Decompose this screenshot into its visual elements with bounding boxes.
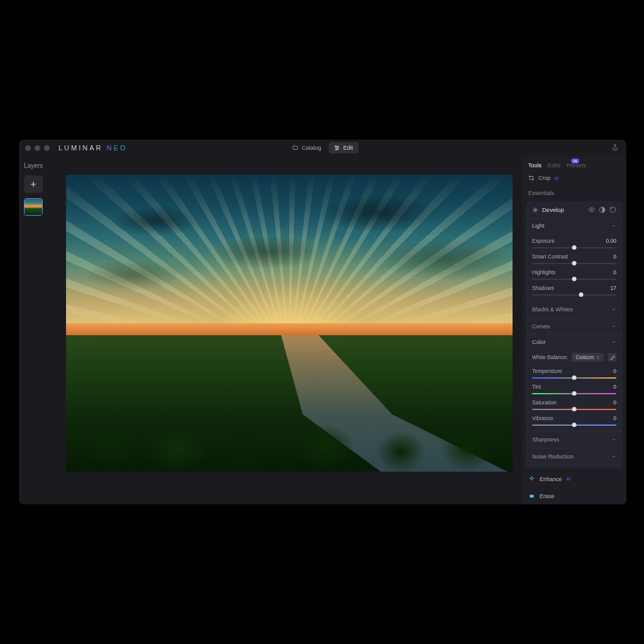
slider-smart-contrast: Smart Contrast0 xyxy=(532,253,616,260)
slider-vibrance: Vibrance0 xyxy=(532,415,616,421)
chevron-up-icon xyxy=(611,340,616,345)
catalog-label: Catalog xyxy=(302,145,321,151)
maximize-window-icon[interactable] xyxy=(44,145,50,151)
chevron-down-icon xyxy=(611,454,616,459)
light-label: Light xyxy=(532,223,545,229)
noise-label: Noise Reduction xyxy=(532,453,574,460)
slider-track[interactable] xyxy=(532,247,616,248)
slider-saturation: Saturation0 xyxy=(532,399,616,406)
panel-tabs: Tools Edits 16 Presets xyxy=(522,156,626,172)
titlebar: LUMINAR NEO Catalog Edit xyxy=(19,140,626,156)
share-icon[interactable] xyxy=(611,143,619,151)
chevron-down-icon xyxy=(611,437,616,442)
slider-label: Saturation xyxy=(532,399,557,406)
develop-title: Develop xyxy=(542,206,584,213)
sharpness-section[interactable]: Sharpness xyxy=(526,431,623,448)
crop-label: Crop xyxy=(538,175,551,181)
slider-highlights: Highlights0 xyxy=(532,269,616,275)
develop-header[interactable]: Develop xyxy=(526,201,623,218)
app-window: LUMINAR NEO Catalog Edit Layers xyxy=(19,140,626,504)
enhance-ai-tag: AI xyxy=(567,477,571,481)
main-area: Layers Tools Edits xyxy=(19,156,626,504)
svg-point-2 xyxy=(336,149,337,150)
slider-label: Highlights xyxy=(532,269,555,275)
tab-edits[interactable]: Edits xyxy=(548,162,560,169)
sun-icon xyxy=(532,207,538,213)
slider-temperature: Temperature0 xyxy=(532,368,616,374)
crop-ai-tag: AI xyxy=(555,176,559,180)
slider-thumb[interactable] xyxy=(572,261,577,265)
slider-label: Smart Contrast xyxy=(532,253,568,260)
blacks-whites-section[interactable]: Blacks & Whites xyxy=(526,301,623,318)
light-section[interactable]: Light xyxy=(526,218,623,233)
optics-section[interactable]: Optics xyxy=(526,465,623,468)
blacks-whites-label: Blacks & Whites xyxy=(532,306,573,313)
slider-track[interactable] xyxy=(532,409,616,410)
slider-track[interactable] xyxy=(532,263,616,264)
add-layer-button[interactable] xyxy=(24,175,43,193)
logo-text-1: LUMINAR xyxy=(58,144,103,152)
sliders-icon xyxy=(334,145,340,151)
erase-tool[interactable]: Erase xyxy=(522,487,626,504)
crop-tool[interactable]: Crop AI xyxy=(522,172,626,186)
right-panel: Tools Edits 16 Presets Crop AI Essential… xyxy=(522,156,626,504)
develop-panel: Develop Light Exposure0.00Smart Contrast… xyxy=(526,201,623,468)
slider-value: 0 xyxy=(613,253,616,260)
enhance-tool[interactable]: Enhance AI xyxy=(522,470,626,487)
white-balance-row: White Balance: Custom xyxy=(526,349,623,363)
slider-thumb[interactable] xyxy=(579,292,583,297)
slider-track[interactable] xyxy=(532,425,616,426)
plus-icon xyxy=(29,180,38,189)
select-arrows-icon xyxy=(596,355,600,360)
slider-thumb[interactable] xyxy=(572,423,577,427)
slider-value: 0 xyxy=(613,399,616,406)
tab-tools[interactable]: Tools xyxy=(528,162,541,169)
slider-thumb[interactable] xyxy=(572,375,577,380)
curves-label: Curves xyxy=(532,323,550,330)
eyedropper-button[interactable] xyxy=(608,353,616,362)
wb-select[interactable]: Custom xyxy=(572,353,604,362)
slider-value: 0 xyxy=(613,368,616,374)
sharpness-label: Sharpness xyxy=(532,436,559,443)
sparkle-icon xyxy=(528,475,535,482)
window-controls xyxy=(25,145,50,151)
slider-value: 0 xyxy=(613,269,616,275)
slider-thumb[interactable] xyxy=(572,391,577,396)
catalog-button[interactable]: Catalog xyxy=(287,142,326,153)
eye-icon[interactable] xyxy=(588,206,595,213)
noise-section[interactable]: Noise Reduction xyxy=(526,448,623,465)
slider-track[interactable] xyxy=(532,279,616,280)
svg-point-0 xyxy=(335,146,336,147)
minimize-window-icon[interactable] xyxy=(35,145,40,151)
photo-preview[interactable] xyxy=(66,175,513,472)
curves-section[interactable]: Curves xyxy=(526,318,623,335)
folder-icon xyxy=(292,145,299,151)
mask-icon[interactable] xyxy=(599,206,606,213)
canvas-area xyxy=(57,156,522,504)
slider-thumb[interactable] xyxy=(572,277,577,281)
slider-value: 17 xyxy=(611,285,616,291)
slider-thumb[interactable] xyxy=(572,407,577,411)
slider-value: 0 xyxy=(613,415,616,421)
edit-button[interactable]: Edit xyxy=(329,142,358,153)
reset-icon[interactable] xyxy=(609,206,616,213)
edit-label: Edit xyxy=(343,145,353,151)
slider-value: 0 xyxy=(613,384,616,390)
slider-track[interactable] xyxy=(532,294,616,296)
color-section[interactable]: Color xyxy=(526,335,623,349)
svg-point-1 xyxy=(338,147,339,148)
slider-track[interactable] xyxy=(532,393,616,394)
slider-thumb[interactable] xyxy=(572,245,577,250)
svg-rect-6 xyxy=(530,495,533,498)
slider-label: Vibrance xyxy=(532,415,553,421)
mode-switcher: Catalog Edit xyxy=(287,142,358,153)
slider-exposure: Exposure0.00 xyxy=(532,238,616,244)
chevron-down-icon xyxy=(611,324,616,329)
erase-label: Erase xyxy=(540,493,555,499)
close-window-icon[interactable] xyxy=(25,145,31,151)
layer-thumbnail[interactable] xyxy=(24,198,43,216)
app-logo: LUMINAR NEO xyxy=(58,144,127,152)
slider-value: 0.00 xyxy=(606,238,616,244)
slider-track[interactable] xyxy=(532,377,616,379)
enhance-label: Enhance xyxy=(540,476,562,482)
